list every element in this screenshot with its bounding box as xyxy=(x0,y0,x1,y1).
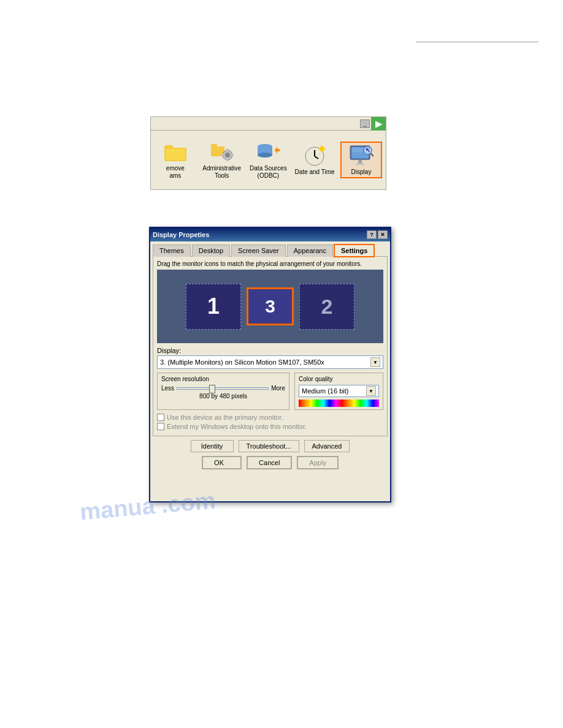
toolbar-item-admin-tools[interactable]: Administrative Tools xyxy=(201,140,243,180)
monitor-2[interactable]: 2 xyxy=(299,284,354,330)
control-panel-toolbar: _ ▶ emoveams xyxy=(150,116,386,190)
svg-rect-2 xyxy=(166,149,185,160)
dialog-title: Display Propeties xyxy=(153,231,209,238)
dialog-help-button[interactable]: ? xyxy=(367,230,377,239)
tab-desktop[interactable]: Desktop xyxy=(192,245,230,257)
settings-row: Screen resolution Less More 800 by 480 p… xyxy=(157,373,383,410)
display-dropdown[interactable]: 3. (Multiple Monitors) on Silicon Motion… xyxy=(157,355,383,369)
resolution-value: 800 by 480 pixels xyxy=(161,393,285,400)
dialog-content-area: Drag the monitor icons to match the phys… xyxy=(153,256,388,436)
datasource-icon xyxy=(256,140,280,164)
action-buttons: Identity Troubleshoot... Advanced xyxy=(150,440,390,452)
tab-themes[interactable]: Themes xyxy=(153,245,191,257)
data-sources-label: Data Sources(ODBC) xyxy=(250,165,287,180)
monitor-3[interactable]: 3 xyxy=(247,288,293,325)
svg-rect-27 xyxy=(356,163,364,165)
extend-desktop-checkbox[interactable] xyxy=(157,423,164,430)
decorative-line xyxy=(416,42,538,42)
svg-text:↖: ↖ xyxy=(366,147,370,153)
nav-arrow[interactable]: ▶ xyxy=(371,117,386,131)
apply-button[interactable]: Apply xyxy=(297,456,339,469)
slider-thumb xyxy=(209,385,215,393)
checkbox-primary-monitor: Use this device as the primary monitor. xyxy=(157,414,383,421)
cancel-button[interactable]: Cancel xyxy=(247,456,292,469)
resolution-slider[interactable] xyxy=(177,387,269,390)
toolbar-titlebar: _ ▶ xyxy=(151,117,386,131)
svg-rect-8 xyxy=(226,159,229,161)
more-label: More xyxy=(271,385,285,392)
svg-rect-9 xyxy=(221,154,224,156)
tab-screen-saver[interactable]: Screen Saver xyxy=(231,245,286,257)
slider-container: Less More xyxy=(161,385,285,392)
toolbar-item-remove-programs[interactable]: emoveams xyxy=(155,140,196,180)
admin-icon xyxy=(210,140,234,164)
date-time-label: Date and Time xyxy=(295,169,335,176)
svg-rect-4 xyxy=(211,144,217,148)
less-label: Less xyxy=(161,385,174,392)
color-quality-dropdown[interactable]: Medium (16 bit) ▼ xyxy=(299,385,379,397)
extend-desktop-label: Extend my Windows desktop onto this moni… xyxy=(167,423,307,430)
primary-monitor-checkbox[interactable] xyxy=(157,414,164,421)
dialog-tabs: Themes Desktop Screen Saver Appearanc Se… xyxy=(150,241,390,256)
primary-monitor-label: Use this device as the primary monitor. xyxy=(167,414,283,421)
folder-icon xyxy=(163,140,188,164)
screen-res-title: Screen resolution xyxy=(161,376,285,382)
minimize-button[interactable]: _ xyxy=(360,119,370,128)
svg-rect-10 xyxy=(231,154,234,156)
dropdown-arrow-icon: ▼ xyxy=(370,357,380,367)
troubleshoot-button[interactable]: Troubleshoot... xyxy=(239,440,299,452)
toolbar-item-data-sources[interactable]: Data Sources(ODBC) xyxy=(248,140,289,180)
svg-line-29 xyxy=(370,153,373,156)
remove-programs-label: emoveams xyxy=(166,165,185,180)
advanced-button[interactable]: Advanced xyxy=(304,440,350,452)
color-quality-box: Color quality Medium (16 bit) ▼ xyxy=(294,373,383,410)
monitor-preview: 1 3 2 xyxy=(157,270,383,343)
svg-rect-7 xyxy=(226,149,229,151)
dialog-titlebar: Display Propeties ? ✕ xyxy=(150,228,390,241)
color-quality-value: Medium (16 bit) xyxy=(302,387,348,395)
tab-appearance[interactable]: Appearanc xyxy=(287,245,333,257)
datetime-icon xyxy=(302,144,327,167)
toolbar-body: emoveams Administrative T xyxy=(151,131,386,189)
display-properties-dialog: Display Propeties ? ✕ Themes Desktop Scr… xyxy=(149,227,391,502)
ok-button[interactable]: OK xyxy=(202,456,242,469)
admin-tools-label: Administrative Tools xyxy=(201,165,243,180)
color-bar xyxy=(299,400,379,407)
drag-instruction: Drag the monitor icons to match the phys… xyxy=(157,260,383,267)
toolbar-item-date-time[interactable]: Date and Time xyxy=(294,144,335,176)
svg-point-6 xyxy=(225,153,230,157)
identity-button[interactable]: Identity xyxy=(191,440,234,452)
svg-marker-14 xyxy=(272,146,280,154)
screen-resolution-box: Screen resolution Less More 800 by 480 p… xyxy=(157,373,289,410)
checkbox-extend-desktop: Extend my Windows desktop onto this moni… xyxy=(157,423,383,430)
color-quality-title: Color quality xyxy=(299,376,379,382)
toolbar-item-display[interactable]: ↖ Display xyxy=(340,142,382,178)
svg-point-18 xyxy=(320,146,324,151)
svg-rect-26 xyxy=(358,160,362,164)
dialog-title-buttons: ? ✕ xyxy=(367,230,388,239)
display-field-label: Display: xyxy=(157,347,383,354)
monitor-1[interactable]: 1 xyxy=(186,284,241,330)
display-dropdown-value: 3. (Multiple Monitors) on Silicon Motion… xyxy=(160,358,324,366)
display-label-text: Display xyxy=(351,169,372,176)
tab-settings[interactable]: Settings xyxy=(334,245,374,257)
color-dropdown-arrow: ▼ xyxy=(366,386,376,396)
display-icon: ↖ xyxy=(349,144,373,167)
svg-point-13 xyxy=(258,153,272,157)
ok-cancel-row: OK Cancel Apply xyxy=(153,456,388,469)
dialog-close-button[interactable]: ✕ xyxy=(378,230,388,239)
